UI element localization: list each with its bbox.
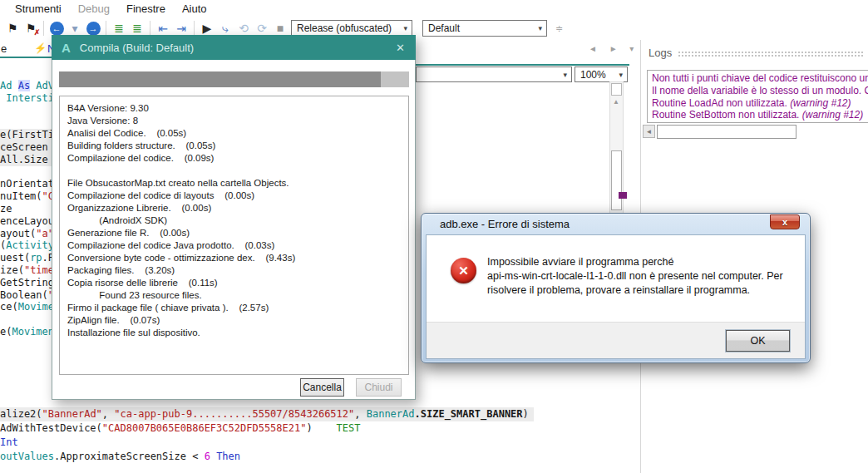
build-log-output[interactable]: B4A Versione: 9.30Java Versione: 8Analis…: [59, 96, 409, 375]
b4a-logo-icon: A: [62, 41, 71, 55]
build-log-line: Conversione byte code - ottimizzazione d…: [67, 252, 401, 264]
menu-item-strumenti[interactable]: Strumenti: [7, 1, 70, 17]
tab-fragment: e: [1, 42, 7, 55]
logs-panel-title: Logs: [649, 47, 672, 59]
bookmark-icon[interactable]: ⚑: [3, 19, 22, 37]
clear-bookmarks-icon[interactable]: ⚑✗: [22, 19, 40, 37]
ok-button[interactable]: OK: [726, 330, 790, 352]
code-token: Activity: [6, 239, 52, 251]
build-log-line: Compilazione del codice di layouts (0.00…: [67, 190, 401, 202]
code-line: nuItem("C: [0, 190, 52, 203]
zoom-dropdown[interactable]: 100% ▾: [575, 67, 628, 82]
log-entry-text: (warning #12): [802, 109, 863, 121]
bookmark-marker: [619, 192, 627, 199]
code-token: outValues: [0, 451, 54, 462]
chevron-down-icon: ▾: [619, 71, 623, 79]
zoom-value: 100%: [580, 69, 606, 81]
comment-icon-glyph: ≣: [114, 22, 124, 34]
build-log-line: Copia risorse delle librerie (0.11s): [67, 277, 401, 289]
code-token: All.Size: [0, 154, 48, 165]
code-token: "time: [24, 264, 52, 276]
code-line: outValues.ApproximateScreenSize < 6 Then: [0, 450, 640, 464]
compile-dialog: A Compila (Build: Default) ✕ B4A Version…: [52, 35, 416, 400]
scrollbar-thumb[interactable]: [611, 150, 622, 210]
menu-item-aiuto[interactable]: Aiuto: [174, 1, 215, 17]
history-dropdown-icon-glyph: ▾: [72, 22, 77, 34]
code-line: alize2("BannerAd", "ca-app-pub-9........…: [0, 407, 640, 421]
compile-dialog-title: Compila (Build: Default): [80, 42, 396, 54]
code-token: GetString: [0, 277, 52, 288]
toolbar-overflow-icon[interactable]: ≑: [555, 23, 563, 34]
code-token: .P: [42, 252, 52, 264]
code-line: (Activity: [0, 239, 52, 252]
code-token: "ca-app-pub-9..........55507/8543266512": [114, 408, 354, 420]
code-token: ayout(: [0, 228, 36, 239]
code-line: [0, 166, 52, 179]
menu-item-debug[interactable]: Debug: [70, 1, 118, 17]
code-token: As: [18, 80, 30, 91]
code-token: nuItem(: [0, 190, 42, 202]
toolbar-separator: [106, 21, 106, 36]
code-token: Then: [216, 451, 240, 462]
build-log-line: Analisi del Codice. (0.05s): [67, 127, 401, 140]
build-log-line: Installazione file sul dispositivo.: [67, 327, 401, 339]
toolbar-separator: [150, 21, 150, 36]
compile-dialog-titlebar[interactable]: A Compila (Build: Default) ✕: [52, 35, 416, 60]
code-token: ze: [0, 203, 12, 214]
code-token: ceScreen: [0, 141, 48, 153]
close-button[interactable]: Chiudi: [356, 378, 402, 397]
code-token: AdV: [30, 80, 52, 91]
designer-accent-line: [416, 64, 629, 66]
code-token: ,: [102, 408, 114, 420]
outdent-icon-glyph: ⇤: [158, 22, 168, 34]
code-token: ize(: [0, 264, 24, 276]
close-icon[interactable]: ✕: [396, 42, 405, 54]
system-error-dialog: adb.exe - Errore di sistema x ✕ Impossib…: [421, 213, 811, 363]
code-token: Ad: [0, 80, 18, 91]
logs-panel-grip: [678, 51, 864, 57]
build-log-line: Packaging files. (3.20s): [67, 264, 401, 277]
logs-list[interactable]: Non tutti i punti chiave del codice rest…: [647, 70, 868, 123]
error-message-line: api-ms-win-crt-locale-l1-1-0.dll non è p…: [487, 269, 787, 283]
log-entry[interactable]: Routine SetBottom non utilizzata. (warni…: [652, 109, 868, 121]
logs-filter-input[interactable]: [657, 125, 796, 139]
tab-underline: [0, 57, 52, 58]
code-editor-left-strip[interactable]: Ad As AdV Interstie(FirstTiceScreenAll.S…: [0, 60, 52, 403]
code-token: alize2(: [0, 408, 42, 420]
build-log-line: Organizzazione Librerie. (0.00s): [67, 202, 401, 214]
code-editor-bottom[interactable]: alize2("BannerAd", "ca-app-pub-9........…: [0, 407, 640, 473]
toolbar-separator: [194, 21, 195, 36]
code-line: uest(rp.P: [0, 252, 52, 264]
scrollbar-top-button[interactable]: [611, 83, 622, 96]
editor-tab-strip[interactable]: e ⚡ N: [0, 39, 52, 59]
code-line: ze: [0, 203, 52, 215]
log-entry[interactable]: Routine LoadAd non utilizzata. (warning …: [652, 97, 868, 110]
code-token: Boolean(: [0, 289, 48, 301]
build-log-line: Found 23 resource files.: [67, 289, 401, 302]
chevron-down-icon: ▾: [538, 24, 542, 32]
log-entry[interactable]: Il nome della variabile è lo stesso di u…: [652, 85, 868, 97]
layout-file-dropdown[interactable]: ▾: [416, 67, 572, 82]
log-entry[interactable]: Non tutti i punti chiave del codice rest…: [652, 72, 868, 85]
code-line: [0, 105, 52, 117]
build-log-line: Compilazione del codice Java prodotto. (…: [67, 239, 401, 252]
code-token: nOrientat: [0, 178, 52, 190]
code-line: e(FirstTi: [0, 129, 52, 141]
logs-scroll-left-button[interactable]: ◄: [643, 125, 655, 138]
scroll-up-icon[interactable]: ▲: [613, 98, 619, 106]
profile-dropdown[interactable]: Default ▾: [422, 20, 547, 37]
close-icon[interactable]: x: [770, 214, 800, 229]
log-entry-text: (warning #12): [790, 97, 851, 109]
toolbar-separator: [43, 21, 44, 36]
code-token: BannerAd: [367, 408, 415, 420]
menu-item-finestre[interactable]: Finestre: [118, 1, 174, 17]
step-icon-glyph: ⟲: [239, 22, 249, 34]
build-configuration-dropdown[interactable]: Release (obfuscated) ▾: [291, 20, 412, 37]
build-log-line: (AndroidX SDK): [67, 214, 401, 227]
pane-nav-arrows[interactable]: ◄ ► ▾: [589, 44, 639, 53]
build-log-line: Compilazione del codice. (0.09s): [67, 152, 401, 165]
code-line: e(Movimen: [0, 326, 52, 338]
cancel-button[interactable]: Cancella: [300, 378, 344, 397]
error-dialog-titlebar[interactable]: adb.exe - Errore di sistema x: [422, 214, 810, 234]
error-dialog-title: adb.exe - Errore di sistema: [440, 218, 570, 230]
